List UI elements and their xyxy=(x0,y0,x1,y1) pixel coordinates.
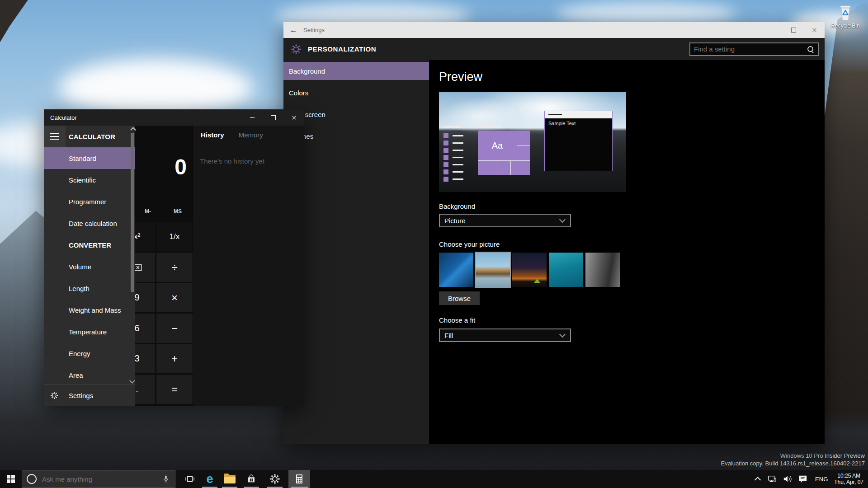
recycle-bin-shortcut[interactable]: Recycle Bin xyxy=(831,4,860,29)
menu-item-date-calculation[interactable]: Date calculation xyxy=(44,212,135,234)
fit-dropdown-value: Fill xyxy=(444,332,453,339)
sidebar-item-colors[interactable]: Colors xyxy=(283,84,429,102)
chevron-up-icon xyxy=(755,477,761,483)
cloud xyxy=(59,59,253,117)
taskbar-edge[interactable]: e xyxy=(200,470,220,488)
close-button[interactable] xyxy=(804,22,825,38)
page-title: PERSONALIZATION xyxy=(308,45,376,53)
key-minus[interactable]: − xyxy=(156,314,193,343)
action-center-icon[interactable] xyxy=(795,470,811,488)
thumbnail-night-sky-tent[interactable] xyxy=(512,253,547,287)
key-multiply[interactable]: × xyxy=(156,283,193,312)
thumbnail-windows-10-hero-blue[interactable] xyxy=(439,253,473,287)
key-plus[interactable]: + xyxy=(156,344,193,373)
menu-item-weight-and-mass[interactable]: Weight and Mass xyxy=(44,299,135,321)
back-arrow-icon[interactable]: ← xyxy=(283,26,303,35)
tray-date: Thu, Apr, 07 xyxy=(834,479,863,485)
clock[interactable]: 10:25 AM Thu, Apr, 07 xyxy=(832,473,868,485)
preview-sample-text: Sample Text xyxy=(545,118,612,128)
maximize-button[interactable] xyxy=(783,22,804,38)
cortana-search-input[interactable] xyxy=(41,475,161,483)
tray-expand-button[interactable] xyxy=(751,470,764,488)
thumbnail-beach-rocks-selected[interactable] xyxy=(476,253,510,287)
thumbnail-underwater-teal[interactable] xyxy=(549,253,583,287)
find-a-setting-input[interactable] xyxy=(690,45,807,53)
choose-picture-label: Choose your picture xyxy=(439,240,500,248)
choose-fit-label: Choose a fit xyxy=(439,316,475,324)
history-panel: History Memory There's no history yet xyxy=(193,126,304,406)
preview-heading: Preview xyxy=(439,70,482,84)
close-button[interactable] xyxy=(283,109,304,126)
taskbar-settings[interactable] xyxy=(265,470,285,488)
sidebar-item-background[interactable]: Background xyxy=(283,62,429,80)
preview-sample-window: Sample Text xyxy=(544,111,613,171)
background-dropdown-value: Picture xyxy=(444,217,466,225)
menu-item-energy[interactable]: Energy xyxy=(44,343,135,364)
calculator-window: Calculator 0 M- MS x² 1/x xyxy=(44,109,304,406)
key-divide[interactable]: ÷ xyxy=(156,253,193,282)
scrollbar-thumb[interactable] xyxy=(131,133,134,292)
thumbnail-rock-cliff-monochrome[interactable] xyxy=(585,253,620,287)
background-dropdown[interactable]: Picture xyxy=(439,214,571,227)
preview-list-dash xyxy=(453,157,463,158)
close-icon xyxy=(292,115,297,120)
menu-item-programmer[interactable]: Programmer xyxy=(44,191,135,212)
menu-item-scientific[interactable]: Scientific xyxy=(44,169,135,191)
taskbar-calculator-active[interactable] xyxy=(288,470,310,488)
menu-item-standard[interactable]: Standard xyxy=(44,147,135,169)
start-button[interactable] xyxy=(0,470,22,488)
preview-menu-dash xyxy=(443,126,461,128)
task-view-button[interactable] xyxy=(180,470,200,488)
maximize-icon xyxy=(271,115,276,120)
volume-tray-icon[interactable] xyxy=(780,470,795,488)
sidebar-item-themes[interactable]: Themes xyxy=(283,127,429,145)
calculator-titlebar[interactable]: Calculator xyxy=(44,109,304,126)
search-icon[interactable] xyxy=(807,46,813,52)
network-tray-icon[interactable] xyxy=(764,470,780,488)
taskbar: e xyxy=(0,470,868,488)
calculator-icon xyxy=(295,474,304,484)
gear-icon xyxy=(269,474,280,484)
menu-item-length[interactable]: Length xyxy=(44,277,135,299)
preview-list-square xyxy=(443,169,448,174)
memory-minus-button[interactable]: M- xyxy=(133,206,163,217)
preview-list-square xyxy=(443,162,448,167)
menu-item-area[interactable]: Area xyxy=(44,364,135,386)
minimize-icon xyxy=(770,30,775,30)
menu-item-temperature[interactable]: Temperature xyxy=(44,321,135,343)
menu-item-settings[interactable]: Settings xyxy=(44,384,135,406)
browse-button[interactable]: Browse xyxy=(439,291,480,305)
settings-content: Preview Aa xyxy=(429,60,825,444)
preview-list-square xyxy=(443,177,448,182)
memory-store-button[interactable]: MS xyxy=(163,206,193,217)
task-view-icon xyxy=(185,475,195,483)
key-equals[interactable]: = xyxy=(156,375,193,404)
preview-list-dash xyxy=(453,164,463,165)
key-reciprocal[interactable]: 1/x xyxy=(156,222,193,251)
settings-window-title: Settings xyxy=(303,27,325,33)
preview-tile xyxy=(497,161,510,175)
minimize-button[interactable] xyxy=(762,22,783,38)
tab-memory[interactable]: Memory xyxy=(239,131,263,139)
taskbar-store[interactable] xyxy=(241,470,261,488)
cortana-search-box[interactable] xyxy=(22,470,175,488)
find-a-setting-box[interactable] xyxy=(689,42,819,56)
microphone-icon[interactable] xyxy=(161,474,170,483)
recycle-bin-label: Recycle Bin xyxy=(831,23,860,29)
sidebar-item-lock-screen[interactable]: Lock screen xyxy=(283,105,429,123)
calculator-display: 0 xyxy=(175,155,187,179)
fit-dropdown[interactable]: Fill xyxy=(439,328,571,342)
language-indicator[interactable]: ENG xyxy=(811,476,832,483)
taskbar-file-explorer[interactable] xyxy=(220,470,240,488)
maximize-button[interactable] xyxy=(263,109,283,126)
preview-tile xyxy=(517,131,530,145)
menu-item-volume[interactable]: Volume xyxy=(44,256,135,277)
settings-titlebar[interactable]: ← Settings xyxy=(283,22,825,38)
minimize-button[interactable] xyxy=(242,109,263,126)
preview-list-dash xyxy=(453,135,463,136)
tent-shape xyxy=(534,279,540,283)
background-label: Background xyxy=(439,202,475,210)
tab-history[interactable]: History xyxy=(201,131,224,139)
calculator-menu-flyout: CALCULATOR Standard Scientific Programme… xyxy=(44,126,135,406)
preview-list-dash xyxy=(453,171,463,173)
